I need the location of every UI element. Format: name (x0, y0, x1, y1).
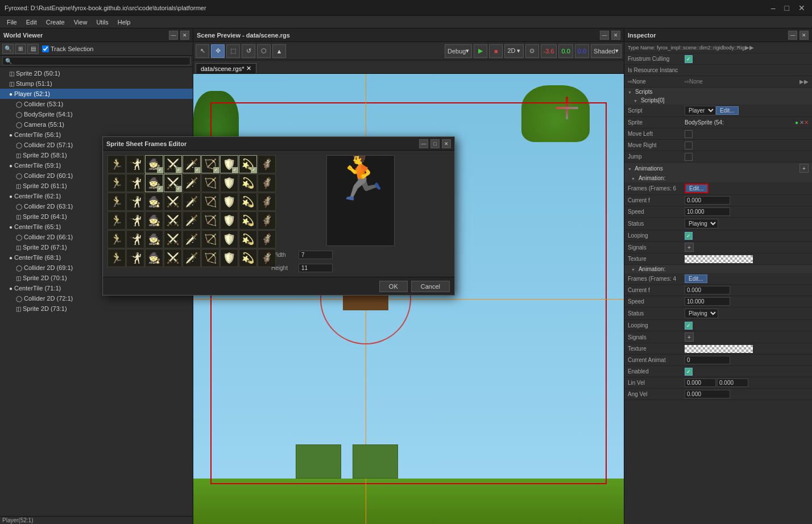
wv-expand-btn[interactable]: ⊞ (15, 44, 26, 54)
sprite-cell[interactable]: 🗡️ (183, 155, 201, 173)
sprite-cell[interactable]: 🛡️ (220, 193, 238, 211)
sprite-cell[interactable]: 🗡️ (183, 193, 201, 211)
menu-help[interactable]: Help (113, 18, 135, 27)
sprite-cell[interactable]: 🏃 (107, 155, 126, 173)
anim2-status-dropdown[interactable]: Playing (685, 309, 718, 318)
tree-item[interactable]: ◫Sprite 2D (50:1) (0, 68, 193, 78)
animation1-section[interactable]: Animation: (624, 174, 812, 182)
sprite-cell[interactable]: 🦸 (258, 211, 276, 230)
sprite-cell[interactable]: 🏹 (201, 193, 219, 211)
tree-item[interactable]: ●Player (52:1) (0, 89, 193, 99)
sprite-cell[interactable]: 🛡️ (220, 211, 238, 230)
tool-terrain[interactable]: ▲ (272, 44, 286, 58)
menu-utils[interactable]: Utils (92, 18, 113, 27)
modal-max-btn[interactable]: □ (430, 139, 440, 148)
anim2-signals-add-btn[interactable]: + (685, 332, 694, 342)
sprite-cross-btn[interactable]: ✕ (799, 119, 804, 126)
sp-close-btn[interactable]: ✕ (611, 31, 620, 40)
sprite-cell[interactable]: 🦸 (258, 193, 276, 211)
modal-cancel-btn[interactable]: Cancel (411, 281, 450, 292)
sprite-cell[interactable]: 🛡️ (220, 155, 238, 173)
sprite-cell[interactable]: 🏹 (201, 174, 219, 192)
sprite-cell[interactable]: 🤺 (126, 211, 144, 230)
sprite-cell[interactable]: 💫 (239, 193, 257, 211)
modal-ok-btn[interactable]: OK (379, 281, 408, 292)
sprite-cell[interactable]: 💫 (239, 155, 257, 173)
anim1-current-input[interactable] (685, 196, 730, 205)
sprite-cell[interactable]: 🤺 (126, 249, 144, 267)
collapse-arrow[interactable]: ▶▶ (745, 44, 754, 51)
tree-item[interactable]: ◫Sprite 2D (73:1) (0, 303, 193, 314)
sprite-cell[interactable]: 🏹 (201, 230, 219, 248)
resource-arrow[interactable]: ▶▶ (799, 78, 809, 85)
wv-minimize-btn[interactable]: — (169, 31, 178, 40)
sprite-cell[interactable]: 🏃 (107, 211, 126, 230)
menu-edit[interactable]: Edit (22, 18, 42, 27)
sprite-cell[interactable]: 💫 (239, 174, 257, 192)
wv-search-input[interactable] (2, 57, 190, 65)
track-selection-checkbox[interactable] (42, 45, 49, 52)
sprite-cell[interactable]: 🏃 (107, 174, 126, 192)
menu-view[interactable]: View (69, 18, 92, 27)
jump-input[interactable] (685, 153, 693, 161)
minimize-btn[interactable]: – (769, 3, 778, 13)
sprite-cell[interactable]: 🗡️ (183, 211, 201, 230)
tree-item[interactable]: ◯BodySprite (54:1) (0, 109, 193, 119)
shading-dropdown[interactable]: Shaded ▾ (591, 44, 622, 58)
scripts-arr-section[interactable]: Scripts[0] (624, 96, 812, 105)
tool-rotate[interactable]: ⬚ (226, 44, 240, 58)
menu-file[interactable]: File (2, 18, 22, 27)
sprite-cell[interactable]: 🛡️ (220, 174, 238, 192)
sprite-cell[interactable]: ⚔️ (164, 211, 182, 230)
script-edit-btn[interactable]: Edit... (716, 106, 739, 115)
mode-2d-btn[interactable]: 2D ▾ (504, 44, 523, 58)
sprite-cell[interactable]: 🗡️ (183, 230, 201, 248)
enabled-checkbox[interactable]: ✓ (685, 368, 693, 376)
tool-scale[interactable]: ↺ (242, 44, 255, 58)
sprite-cell[interactable]: 🤺 (126, 174, 144, 192)
anim1-status-dropdown[interactable]: Playing (685, 219, 718, 228)
anim1-edit-btn[interactable]: Edit... (685, 184, 709, 193)
lin-vel-y-input[interactable] (717, 379, 748, 387)
sprite-cell[interactable]: 🦸 (258, 174, 276, 192)
anim2-edit-btn[interactable]: Edit... (685, 275, 707, 283)
modal-close-btn[interactable]: ✕ (442, 139, 451, 148)
lin-vel-x-input[interactable] (685, 379, 716, 387)
sprite-cell[interactable]: 💫 (239, 249, 257, 267)
scene-tab-close[interactable]: ✕ (246, 65, 251, 72)
sprite-cell[interactable]: 🛡️ (220, 249, 238, 267)
sprite-cell[interactable]: 🤺 (126, 230, 144, 248)
sprite-cell[interactable]: 🏃 (107, 193, 126, 211)
anim2-current-input[interactable] (685, 286, 730, 294)
anim2-speed-input[interactable] (685, 297, 730, 306)
stop-btn[interactable]: ■ (489, 44, 503, 58)
animation2-section[interactable]: Animation: (624, 265, 812, 273)
sprite-cell[interactable]: ⚔️ (164, 155, 182, 173)
menu-create[interactable]: Create (42, 18, 69, 27)
sprite-cell[interactable]: 🦸 (258, 230, 276, 248)
sprite-cell[interactable]: 🏹 (201, 211, 219, 230)
modal-minimize-btn[interactable]: — (419, 139, 428, 148)
tree-item[interactable]: ◯Camera (55:1) (0, 119, 193, 130)
scripts-section[interactable]: Scripts (624, 88, 812, 96)
maximize-btn[interactable]: □ (782, 3, 792, 13)
wv-close-btn[interactable]: ✕ (180, 31, 189, 40)
sp-minimize-btn[interactable]: — (600, 31, 609, 40)
sprite-cell[interactable]: 🏹 (201, 155, 219, 173)
insp-minimize-btn[interactable]: — (788, 31, 797, 40)
scene-tab-main[interactable]: data/scene.rgs* ✕ (196, 63, 256, 73)
current-anim-input[interactable] (685, 356, 730, 364)
sprite-cell[interactable]: 🤺 (126, 193, 144, 211)
height-input[interactable] (299, 264, 333, 272)
sprite-delete-btn[interactable]: ✕ (804, 119, 809, 126)
sprite-cell[interactable]: ⚔️ (164, 193, 182, 211)
anim1-signals-add-btn[interactable]: + (685, 243, 694, 252)
insp-close-btn[interactable]: ✕ (799, 31, 809, 40)
anim1-looping-checkbox[interactable]: ✓ (685, 232, 693, 240)
tree-item[interactable]: ◯Collider (53:1) (0, 99, 193, 109)
anim1-speed-input[interactable] (685, 207, 730, 216)
script-dropdown[interactable]: Player (685, 106, 716, 115)
play-btn[interactable]: ▶ (474, 44, 487, 58)
ang-vel-input[interactable] (685, 390, 730, 398)
debug-dropdown[interactable]: Debug ▾ (445, 44, 472, 58)
